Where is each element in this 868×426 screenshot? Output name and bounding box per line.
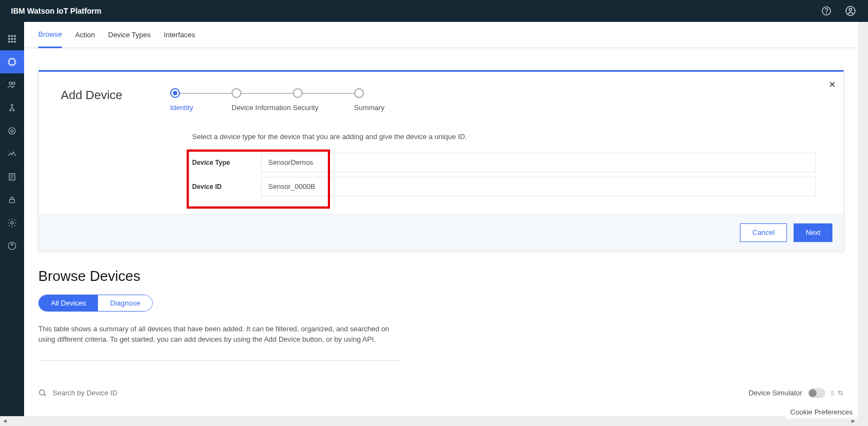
browse-description: This table shows a summary of all device… xyxy=(38,324,400,361)
step-info-circle xyxy=(232,88,241,98)
step-summary[interactable]: Summary xyxy=(354,88,385,113)
nav-settings-icon[interactable] xyxy=(0,211,24,234)
simulator-extra-icons[interactable]: ▯ ⇆ xyxy=(831,389,844,396)
browse-section: Browse Devices All Devices Diagnose This… xyxy=(38,251,844,415)
tab-device-types[interactable]: Device Types xyxy=(108,22,151,48)
next-button[interactable]: Next xyxy=(794,223,832,242)
search-wrap xyxy=(38,389,195,398)
modal-title: Add Device xyxy=(61,88,148,113)
tab-interfaces[interactable]: Interfaces xyxy=(164,22,195,48)
svg-point-16 xyxy=(11,104,13,106)
svg-point-14 xyxy=(9,82,12,85)
platform-title: IBM Watson IoT Platform xyxy=(11,7,101,15)
device-type-label: Device Type xyxy=(192,159,261,166)
step-security-label: Security xyxy=(293,103,354,113)
pill-all-devices[interactable]: All Devices xyxy=(39,295,98,311)
step-summary-circle xyxy=(354,88,364,98)
close-icon[interactable]: ✕ xyxy=(829,79,836,90)
svg-rect-13 xyxy=(9,59,15,65)
scroll-left-arrow[interactable]: ◄ xyxy=(2,418,8,424)
step-security[interactable]: Security xyxy=(293,88,354,113)
nav-extensions-icon[interactable] xyxy=(0,234,24,257)
svg-point-7 xyxy=(8,38,10,40)
svg-point-25 xyxy=(39,390,44,395)
svg-point-20 xyxy=(11,130,14,133)
step-line xyxy=(241,93,293,94)
step-device-info[interactable]: Device Information xyxy=(232,88,293,113)
step-summary-label: Summary xyxy=(354,103,385,113)
device-id-row: Device ID xyxy=(192,177,816,197)
simulator-wrap: Device Simulator ▯ ⇆ xyxy=(749,388,844,398)
vertical-scrollbar[interactable] xyxy=(858,22,868,416)
scroll-right-arrow[interactable]: ► xyxy=(850,418,856,424)
step-line xyxy=(180,93,232,94)
nav-logs-icon[interactable] xyxy=(0,165,24,188)
step-identity-label: Identity xyxy=(170,103,232,113)
svg-point-1 xyxy=(826,13,827,14)
svg-point-10 xyxy=(8,41,10,43)
form-fields-wrap: Device Type Device ID xyxy=(192,153,816,197)
svg-point-0 xyxy=(823,7,831,15)
device-filter-pills: All Devices Diagnose xyxy=(38,295,153,312)
nav-members-icon[interactable] xyxy=(0,73,24,96)
nav-analytics-icon[interactable] xyxy=(0,142,24,165)
modal-header-row: Add Device Identity Device Information xyxy=(39,72,843,118)
device-id-label: Device ID xyxy=(192,183,261,191)
svg-point-12 xyxy=(14,41,16,43)
nav-usage-icon[interactable] xyxy=(0,119,24,142)
svg-point-17 xyxy=(10,110,11,111)
nav-security-icon[interactable] xyxy=(0,188,24,211)
svg-point-15 xyxy=(13,82,15,85)
device-type-row: Device Type xyxy=(192,153,816,172)
identity-form: Select a device type for the device that… xyxy=(39,118,843,214)
step-identity-circle xyxy=(170,88,180,98)
help-icon[interactable] xyxy=(820,4,833,18)
left-nav xyxy=(0,22,24,426)
nav-apps-icon[interactable] xyxy=(0,27,24,50)
main-area: Browse Action Device Types Interfaces ✕ … xyxy=(24,22,858,416)
tab-browse[interactable]: Browse xyxy=(38,22,62,48)
step-line xyxy=(303,93,354,94)
search-icon xyxy=(38,389,47,398)
simulator-label: Device Simulator xyxy=(749,389,802,397)
wizard-stepper: Identity Device Information Security xyxy=(170,88,385,113)
tab-row: Browse Action Device Types Interfaces xyxy=(24,22,858,48)
svg-point-23 xyxy=(11,222,14,224)
search-input[interactable] xyxy=(53,389,195,397)
top-header: IBM Watson IoT Platform xyxy=(0,0,868,22)
pill-diagnose[interactable]: Diagnose xyxy=(98,295,152,311)
cookie-preferences-link[interactable]: Cookie Preferences xyxy=(786,406,857,418)
search-row: Device Simulator ▯ ⇆ xyxy=(38,383,844,404)
modal-footer: Cancel Next xyxy=(39,214,843,251)
cancel-button[interactable]: Cancel xyxy=(740,223,787,242)
nav-device-types-icon[interactable] xyxy=(0,96,24,119)
svg-point-19 xyxy=(9,128,15,134)
svg-point-3 xyxy=(849,8,852,11)
svg-rect-22 xyxy=(10,199,15,203)
browse-title: Browse Devices xyxy=(38,268,844,285)
add-device-modal: ✕ Add Device Identity Device Information xyxy=(38,70,844,251)
content-wrapper: ✕ Add Device Identity Device Information xyxy=(24,70,858,415)
device-id-input[interactable] xyxy=(261,177,816,197)
user-icon[interactable] xyxy=(844,4,857,18)
horizontal-scrollbar[interactable]: ◄ ► xyxy=(0,416,868,426)
step-security-circle xyxy=(293,88,303,98)
simulator-toggle[interactable] xyxy=(808,388,825,398)
svg-point-9 xyxy=(14,38,16,40)
header-right xyxy=(820,4,857,18)
svg-point-11 xyxy=(11,41,13,43)
form-instructions: Select a device type for the device that… xyxy=(192,133,816,141)
tab-action[interactable]: Action xyxy=(75,22,95,48)
svg-point-8 xyxy=(11,38,13,40)
step-identity[interactable]: Identity xyxy=(170,88,232,113)
svg-point-5 xyxy=(11,35,13,37)
svg-point-18 xyxy=(13,110,14,111)
svg-point-4 xyxy=(8,35,10,37)
device-type-input[interactable] xyxy=(261,153,816,172)
nav-devices-icon[interactable] xyxy=(0,50,24,73)
svg-point-6 xyxy=(14,35,16,37)
step-info-label: Device Information xyxy=(232,103,293,113)
